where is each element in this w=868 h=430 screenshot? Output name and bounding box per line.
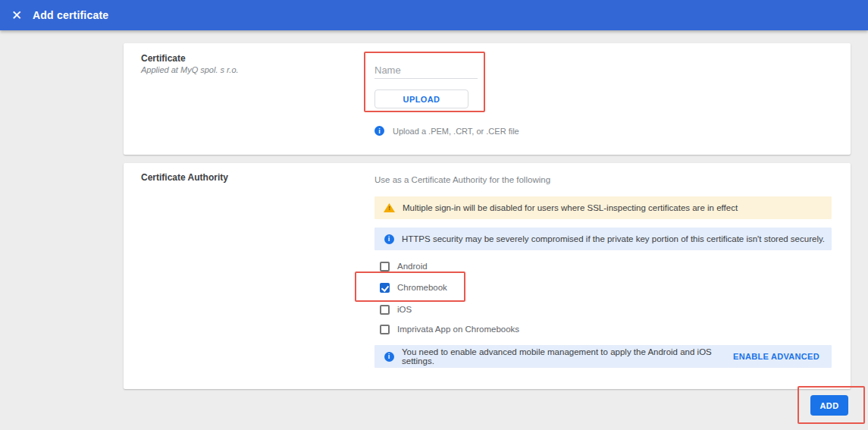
checkbox-row-ios: iOS — [380, 303, 412, 315]
certificate-authority-description: Use as a Certificate Authority for the f… — [374, 175, 550, 184]
ssl-warning-text: Multiple sign-in will be disabled for us… — [403, 203, 738, 212]
https-info-banner: i HTTPS security may be severely comprom… — [374, 228, 832, 250]
android-checkbox-label: Android — [397, 262, 428, 271]
imprivata-checkbox-label: Imprivata App on Chromebooks — [397, 325, 519, 334]
chromebook-checkbox[interactable] — [380, 283, 390, 293]
certificate-card: Certificate Applied at MyQ spol. s r.o. … — [124, 43, 851, 155]
chromebook-checkbox-label: Chromebook — [397, 283, 447, 292]
mobile-management-banner: i You need to enable advanced mobile man… — [374, 345, 832, 368]
checkbox-row-chromebook: Chromebook — [380, 281, 447, 293]
certificate-section-label: Certificate — [141, 53, 186, 64]
enable-advanced-link[interactable]: ENABLE ADVANCED — [733, 352, 819, 361]
certificate-authority-label: Certificate Authority — [141, 172, 228, 183]
close-icon[interactable]: ✕ — [8, 6, 26, 24]
info-icon: i — [384, 234, 394, 244]
imprivata-checkbox[interactable] — [380, 325, 390, 334]
warning-icon: ! — [384, 203, 395, 212]
ios-checkbox[interactable] — [380, 305, 390, 315]
info-icon: i — [384, 352, 394, 362]
upload-hint-text: Upload a .PEM, .CRT, or .CER file — [393, 127, 519, 136]
upload-hint-row: i Upload a .PEM, .CRT, or .CER file — [374, 126, 519, 136]
certificate-name-input[interactable] — [374, 62, 478, 79]
ssl-warning-banner: ! Multiple sign-in will be disabled for … — [374, 196, 832, 219]
android-checkbox[interactable] — [380, 262, 390, 271]
dialog-title: Add certificate — [33, 9, 108, 21]
upload-button[interactable]: UPLOAD — [374, 89, 468, 108]
certificate-authority-card: Certificate Authority Use as a Certifica… — [124, 163, 851, 389]
mobile-management-text: You need to enable advanced mobile manag… — [402, 347, 733, 366]
checkbox-row-android: Android — [380, 260, 428, 272]
dialog-header: ✕ Add certificate — [0, 0, 868, 30]
ios-checkbox-label: iOS — [397, 305, 412, 314]
certificate-applied-at-label: Applied at MyQ spol. s r.o. — [141, 65, 239, 74]
add-button[interactable]: ADD — [810, 395, 848, 416]
checkbox-row-imprivata: Imprivata App on Chromebooks — [380, 323, 519, 335]
https-info-text: HTTPS security may be severely compromis… — [402, 234, 825, 243]
info-icon: i — [374, 126, 384, 136]
